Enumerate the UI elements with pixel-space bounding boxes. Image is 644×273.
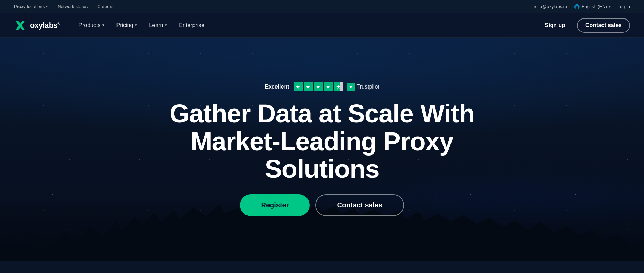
proxy-locations-label: Proxy locations	[14, 4, 45, 9]
hero-headline: Gather Data at Scale With Market-Leading…	[155, 100, 490, 183]
logo[interactable]: oxylabs®	[14, 19, 60, 32]
nav-enterprise[interactable]: Enterprise	[174, 20, 209, 31]
network-status-link[interactable]: Network status	[58, 4, 88, 9]
star-5-half: ★	[334, 82, 343, 91]
trustpilot-row: Excellent ★ ★ ★ ★ ★ ★ Trustpilot	[265, 82, 379, 91]
main-navigation: oxylabs® Products ▾ Pricing ▾ Learn ▾ En…	[0, 13, 644, 38]
star-2: ★	[304, 82, 313, 91]
contact-sales-hero-button[interactable]: Contact sales	[315, 194, 404, 216]
chevron-down-icon: ▾	[46, 5, 48, 8]
register-button[interactable]: Register	[240, 194, 310, 216]
chevron-down-icon: ▾	[609, 5, 611, 8]
trustpilot-name: Trustpilot	[357, 84, 379, 90]
careers-link[interactable]: Careers	[97, 4, 113, 9]
translate-icon: 🌐	[574, 4, 580, 9]
logo-text: oxylabs®	[30, 21, 60, 30]
trustpilot-logo: ★ Trustpilot	[347, 83, 379, 91]
email-link[interactable]: hello@oxylabs.io	[532, 4, 567, 9]
trustpilot-excellent: Excellent	[265, 84, 289, 90]
trustpilot-icon: ★	[347, 83, 355, 91]
chevron-down-icon: ▾	[135, 23, 137, 28]
language-label: English (EN)	[582, 4, 607, 9]
top-bar-right: hello@oxylabs.io 🌐 English (EN) ▾ Log In	[532, 4, 630, 9]
top-bar: Proxy locations ▾ Network status Careers…	[0, 0, 644, 13]
oxylabs-logo-icon	[14, 19, 26, 32]
top-bar-left: Proxy locations ▾ Network status Careers	[14, 4, 113, 9]
chevron-down-icon: ▾	[165, 23, 167, 28]
chevron-down-icon: ▾	[102, 23, 104, 28]
nav-links: Products ▾ Pricing ▾ Learn ▾ Enterprise	[74, 20, 209, 31]
nav-pricing[interactable]: Pricing ▾	[111, 20, 142, 31]
headline-line1: Gather Data at Scale With	[169, 99, 475, 128]
language-button[interactable]: 🌐 English (EN) ▾	[574, 4, 611, 9]
contact-sales-nav-button[interactable]: Contact sales	[577, 18, 630, 33]
login-link[interactable]: Log In	[618, 4, 630, 9]
star-1: ★	[294, 82, 303, 91]
hero-content: Excellent ★ ★ ★ ★ ★ ★ Trustpilot Gather …	[155, 82, 490, 217]
cta-row: Register Contact sales	[240, 194, 404, 216]
proxy-locations-button[interactable]: Proxy locations ▾	[14, 4, 48, 9]
nav-left: oxylabs® Products ▾ Pricing ▾ Learn ▾ En…	[14, 19, 209, 32]
star-4: ★	[324, 82, 333, 91]
signup-button[interactable]: Sign up	[537, 19, 573, 32]
nav-right: Sign up Contact sales	[537, 18, 630, 33]
nav-learn[interactable]: Learn ▾	[144, 20, 172, 31]
trustpilot-stars: ★ ★ ★ ★ ★	[294, 82, 343, 91]
hero-section: Excellent ★ ★ ★ ★ ★ ★ Trustpilot Gather …	[0, 38, 644, 261]
nav-products[interactable]: Products ▾	[74, 20, 109, 31]
headline-line2: Market-Leading Proxy Solutions	[191, 127, 453, 184]
star-3: ★	[314, 82, 323, 91]
